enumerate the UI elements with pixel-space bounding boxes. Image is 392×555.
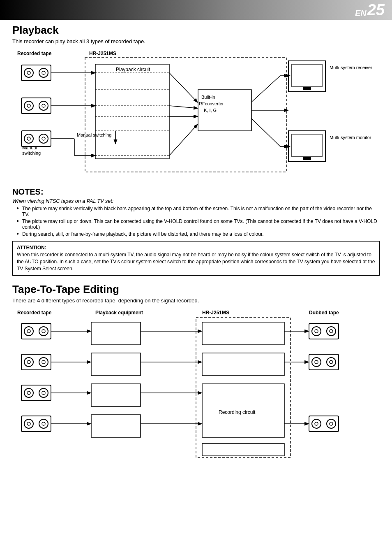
- svg-rect-2: [85, 58, 286, 172]
- svg-point-79: [27, 360, 30, 364]
- svg-rect-77: [21, 354, 51, 370]
- svg-point-100: [327, 358, 336, 367]
- attention-text: When this recorder is connected to a mul…: [17, 251, 375, 272]
- svg-point-101: [330, 360, 333, 364]
- svg-rect-14: [21, 98, 51, 114]
- attention-title: ATTENTION:: [17, 245, 375, 251]
- svg-rect-82: [21, 385, 51, 401]
- svg-point-23: [42, 137, 45, 140]
- svg-point-73: [24, 327, 33, 336]
- svg-point-86: [42, 391, 45, 395]
- svg-point-90: [39, 419, 48, 428]
- playback-subtitle: This recorder can play back all 3 types …: [12, 38, 380, 44]
- notes-bullet-2: The picture may roll up or down. This ca…: [16, 218, 380, 230]
- playback-diagram-svg: Recorded tape HR-J251MS Playback circuit…: [12, 49, 380, 180]
- playback-diagram: Recorded tape HR-J251MS Playback circuit…: [12, 49, 380, 181]
- svg-point-93: [312, 327, 321, 336]
- svg-point-15: [24, 101, 33, 110]
- svg-rect-71: [202, 444, 284, 456]
- header-en-label: EN: [355, 9, 367, 17]
- svg-text:Playback equipment: Playback equipment: [95, 310, 143, 316]
- svg-text:HR-J251MS: HR-J251MS: [89, 51, 116, 56]
- svg-rect-97: [309, 354, 339, 370]
- playback-title: Playback: [12, 24, 380, 37]
- svg-text:Built-in: Built-in: [201, 95, 215, 100]
- svg-rect-72: [21, 323, 51, 339]
- svg-point-104: [315, 422, 318, 425]
- svg-point-96: [330, 330, 333, 333]
- attention-box: ATTENTION: When this recorder is connect…: [12, 241, 380, 276]
- svg-line-36: [169, 125, 197, 156]
- svg-line-48: [251, 76, 280, 102]
- svg-rect-68: [202, 353, 284, 376]
- svg-rect-87: [21, 416, 51, 432]
- svg-rect-67: [202, 322, 284, 345]
- svg-text:Manual switching: Manual switching: [77, 132, 111, 137]
- svg-point-78: [24, 358, 33, 367]
- header-bar: EN 25: [0, 0, 392, 20]
- tape-to-tape-subtitle: There are 4 different types of recorded …: [12, 297, 380, 304]
- svg-point-89: [27, 422, 30, 425]
- svg-text:Multi-system receiver: Multi-system receiver: [330, 65, 372, 70]
- svg-text:Recorded tape: Recorded tape: [17, 51, 52, 56]
- svg-rect-92: [309, 323, 339, 339]
- svg-point-22: [39, 134, 48, 143]
- svg-rect-65: [91, 384, 141, 406]
- svg-rect-64: [91, 353, 141, 376]
- svg-rect-63: [91, 322, 141, 345]
- svg-text:Manual: Manual: [22, 145, 37, 150]
- svg-line-50: [251, 118, 280, 146]
- svg-point-80: [39, 358, 48, 367]
- svg-rect-39: [292, 64, 322, 87]
- svg-point-74: [27, 330, 30, 333]
- svg-text:switching: switching: [22, 151, 41, 156]
- svg-rect-62: [196, 318, 291, 457]
- svg-point-103: [312, 419, 321, 428]
- svg-rect-44: [303, 157, 311, 160]
- svg-point-88: [24, 419, 33, 428]
- playback-section: Playback This recorder can play back all…: [12, 24, 380, 181]
- svg-point-17: [39, 101, 48, 110]
- svg-text:Dubbed tape: Dubbed tape: [309, 310, 339, 316]
- notes-title: NOTES:: [12, 187, 380, 197]
- svg-text:HR-J251MS: HR-J251MS: [202, 310, 229, 316]
- svg-point-95: [327, 327, 336, 336]
- svg-point-10: [24, 68, 33, 77]
- svg-rect-40: [303, 87, 311, 90]
- svg-point-76: [42, 330, 45, 333]
- svg-point-84: [27, 391, 30, 395]
- svg-text:RFconverter: RFconverter: [199, 101, 224, 106]
- header-page-number: 25: [367, 2, 385, 18]
- notes-bullet-3: During search, still, or frame-by-frame …: [16, 231, 380, 237]
- tape-to-tape-diagram-svg: Recorded tape Playback equipment HR-J251…: [12, 308, 380, 468]
- svg-rect-43: [292, 134, 322, 157]
- svg-rect-3: [95, 64, 169, 159]
- svg-point-99: [315, 360, 318, 364]
- tape-to-tape-section: Tape-To-Tape Editing There are 4 differe…: [12, 283, 380, 469]
- svg-rect-19: [21, 131, 51, 146]
- svg-point-20: [24, 134, 33, 143]
- svg-text:Recorded tape: Recorded tape: [17, 310, 52, 316]
- svg-rect-9: [21, 65, 51, 81]
- svg-point-18: [42, 104, 45, 107]
- svg-point-11: [27, 71, 30, 74]
- svg-point-81: [42, 360, 45, 364]
- svg-point-94: [315, 330, 318, 333]
- svg-point-98: [312, 358, 321, 367]
- svg-point-13: [42, 71, 45, 74]
- svg-point-12: [39, 68, 48, 77]
- svg-text:Multi-system monitor: Multi-system monitor: [330, 135, 371, 140]
- svg-rect-102: [309, 416, 339, 432]
- tape-to-tape-diagram: Recorded tape Playback equipment HR-J251…: [12, 308, 380, 469]
- tape-to-tape-title: Tape-To-Tape Editing: [12, 283, 380, 296]
- notes-viewing: When viewing NTSC tapes on a PAL TV set:: [12, 198, 380, 204]
- svg-point-85: [39, 388, 48, 397]
- svg-point-83: [24, 388, 33, 397]
- svg-point-75: [39, 327, 48, 336]
- notes-bullet-1: The picture may shrink vertically with b…: [16, 206, 380, 217]
- svg-text:Recording circuit: Recording circuit: [219, 409, 256, 415]
- notes-list: The picture may shrink vertically with b…: [12, 206, 380, 237]
- svg-point-106: [330, 422, 333, 425]
- svg-point-21: [27, 137, 30, 140]
- svg-point-91: [42, 422, 45, 425]
